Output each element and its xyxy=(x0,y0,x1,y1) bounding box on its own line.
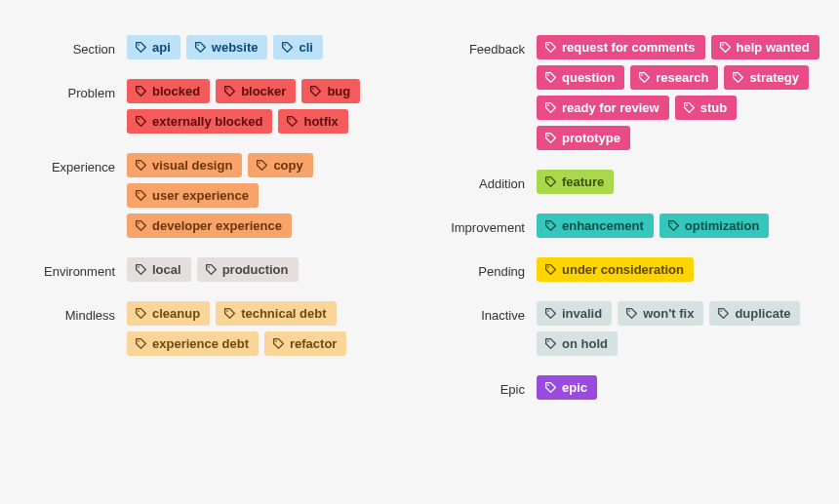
right-column: Feedbackrequest for commentshelp wantedq… xyxy=(429,35,819,419)
tag-won-t-fix[interactable]: won't fix xyxy=(618,301,703,326)
tag-label: won't fix xyxy=(643,306,694,321)
tag-list: epic xyxy=(537,375,819,400)
group-problem: Problemblockedblockerbugexternally block… xyxy=(20,79,410,134)
svg-point-14 xyxy=(138,310,140,312)
tag-blocked[interactable]: blocked xyxy=(127,79,210,103)
tag-icon xyxy=(135,85,147,97)
tag-bug[interactable]: bug xyxy=(301,79,360,103)
tag-label: epic xyxy=(562,380,587,395)
tag-list: localproduction xyxy=(127,257,410,282)
tag-label: duplicate xyxy=(735,306,790,321)
tag-icon xyxy=(205,263,218,276)
svg-point-31 xyxy=(628,310,630,312)
tag-icon xyxy=(544,307,557,320)
tag-externally-blocked[interactable]: externally blocked xyxy=(127,109,272,134)
tag-enhancement[interactable]: enhancement xyxy=(537,213,654,238)
tag-ready-for-review[interactable]: ready for review xyxy=(537,96,669,120)
tag-duplicate[interactable]: duplicate xyxy=(709,301,800,326)
tag-cli[interactable]: cli xyxy=(273,35,322,59)
tag-feature[interactable]: feature xyxy=(537,170,614,194)
group-label: Addition xyxy=(429,170,537,191)
tag-optimization[interactable]: optimization xyxy=(659,213,770,238)
tag-api[interactable]: api xyxy=(127,35,180,59)
tag-icon xyxy=(667,219,680,232)
svg-point-25 xyxy=(547,135,549,136)
left-column: SectionapiwebsitecliProblemblockedblocke… xyxy=(20,35,410,419)
tag-label: ready for review xyxy=(562,100,659,115)
tag-label: api xyxy=(152,40,171,55)
tag-production[interactable]: production xyxy=(197,257,299,282)
svg-point-1 xyxy=(197,44,199,46)
svg-point-5 xyxy=(313,88,315,90)
group-section: Sectionapiwebsitecli xyxy=(20,35,410,59)
tag-research[interactable]: research xyxy=(630,65,718,90)
group-label: Epic xyxy=(429,375,537,397)
tag-stub[interactable]: stub xyxy=(675,96,737,120)
svg-point-20 xyxy=(547,74,549,76)
tag-icon xyxy=(286,115,299,128)
tag-local[interactable]: local xyxy=(127,257,191,282)
group-improvement: Improvementenhancementoptimization xyxy=(429,213,819,238)
tag-icon xyxy=(135,219,147,232)
tag-label: request for comments xyxy=(562,40,696,55)
group-pending: Pendingunder consideration xyxy=(429,257,819,282)
tag-icon xyxy=(135,189,147,202)
tag-list: invalidwon't fixduplicateon hold xyxy=(537,301,819,356)
tag-label: experience debt xyxy=(152,336,249,351)
tag-on-hold[interactable]: on hold xyxy=(537,331,618,356)
tag-technical-debt[interactable]: technical debt xyxy=(216,301,336,326)
tag-label: on hold xyxy=(562,336,608,351)
tag-developer-experience[interactable]: developer experience xyxy=(127,213,292,238)
tag-list: visual designcopyuser experiencedevelope… xyxy=(127,153,410,238)
svg-point-11 xyxy=(138,222,140,224)
tag-experience-debt[interactable]: experience debt xyxy=(127,331,259,356)
group-addition: Additionfeature xyxy=(429,170,819,194)
tag-user-experience[interactable]: user experience xyxy=(127,183,259,208)
tag-label: research xyxy=(656,70,708,85)
tag-label: bug xyxy=(327,84,350,98)
tag-cleanup[interactable]: cleanup xyxy=(127,301,210,326)
svg-point-23 xyxy=(547,104,549,106)
tag-icon xyxy=(544,219,557,232)
tag-label: hotfix xyxy=(303,114,338,129)
tag-help-wanted[interactable]: help wanted xyxy=(711,35,819,59)
tag-prototype[interactable]: prototype xyxy=(537,126,630,150)
tag-label: refactor xyxy=(290,336,337,351)
tag-copy[interactable]: copy xyxy=(248,153,312,177)
tag-invalid[interactable]: invalid xyxy=(537,301,612,326)
group-epic: Epicepic xyxy=(429,375,819,400)
svg-point-32 xyxy=(721,310,723,312)
svg-point-27 xyxy=(547,222,549,224)
tag-label: help wanted xyxy=(737,40,810,55)
group-inactive: Inactiveinvalidwon't fixduplicateon hold xyxy=(429,301,819,356)
tag-visual-design[interactable]: visual design xyxy=(127,153,242,177)
tag-refactor[interactable]: refactor xyxy=(264,331,346,356)
tag-request-for-comments[interactable]: request for comments xyxy=(537,35,705,59)
tag-epic[interactable]: epic xyxy=(537,375,597,400)
tag-icon xyxy=(544,175,557,188)
tag-list: enhancementoptimization xyxy=(537,213,819,238)
tag-under-consideration[interactable]: under consideration xyxy=(537,257,694,282)
svg-point-33 xyxy=(547,340,549,342)
tag-list: cleanuptechnical debtexperience debtrefa… xyxy=(127,301,410,356)
tag-icon xyxy=(272,337,285,350)
tag-hotfix[interactable]: hotfix xyxy=(278,109,347,134)
svg-point-19 xyxy=(722,44,724,46)
tag-website[interactable]: website xyxy=(186,35,268,59)
svg-point-2 xyxy=(285,44,287,46)
tag-icon xyxy=(683,101,696,114)
svg-point-34 xyxy=(547,384,549,386)
tag-list: apiwebsitecli xyxy=(127,35,410,59)
tag-blocker[interactable]: blocker xyxy=(216,79,296,103)
tag-icon xyxy=(135,307,147,320)
group-label: Pending xyxy=(429,257,537,279)
tag-strategy[interactable]: strategy xyxy=(724,65,809,90)
svg-point-13 xyxy=(208,266,210,268)
svg-point-0 xyxy=(138,44,140,46)
tag-label: website xyxy=(212,40,259,55)
tag-icon xyxy=(544,381,557,394)
tag-icon xyxy=(544,132,557,144)
tag-list: feature xyxy=(537,170,819,194)
svg-point-21 xyxy=(641,74,643,76)
tag-question[interactable]: question xyxy=(537,65,624,90)
